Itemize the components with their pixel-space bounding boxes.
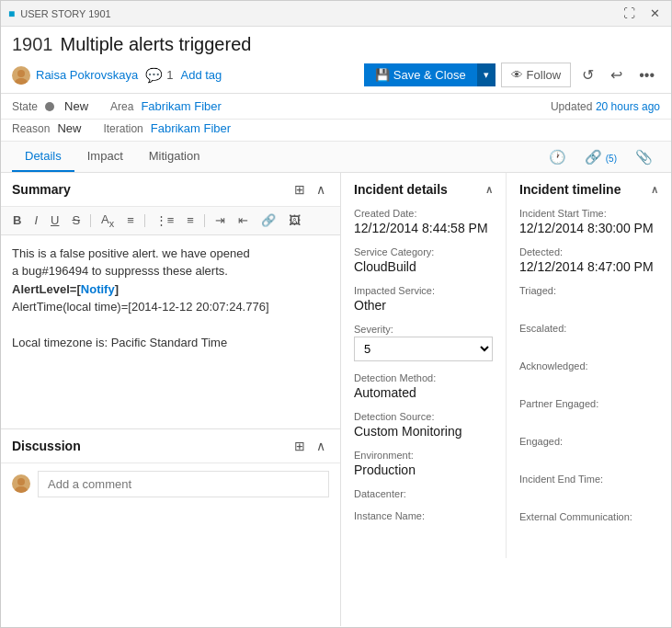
area-field: Area Fabrikam Fiber xyxy=(110,99,222,113)
outdent-button[interactable]: ⇤ xyxy=(233,211,253,229)
add-tag-button[interactable]: Add tag xyxy=(181,68,222,82)
expand-summary-button[interactable]: ⊞ xyxy=(290,180,309,199)
refresh-button[interactable]: ↺ xyxy=(576,63,599,87)
right-panel: Incident details ∧ Created Date: 12/12/2… xyxy=(341,173,671,626)
reason-field: Reason New xyxy=(12,121,81,135)
svg-point-3 xyxy=(15,486,28,493)
incident-details-title: Incident details ∧ xyxy=(354,182,493,197)
severity-select[interactable]: 5 1 2 3 4 xyxy=(354,337,493,361)
user-section: Raisa Pokrovskaya xyxy=(12,66,138,85)
save-dropdown-button[interactable]: ▾ xyxy=(477,63,495,86)
follow-icon: 👁 xyxy=(511,68,523,82)
follow-button[interactable]: 👁 Follow xyxy=(501,63,572,87)
header: 1901 Multiple alerts triggered Raisa Pok… xyxy=(1,27,671,94)
incident-start-time-field: Incident Start Time: 12/12/2014 8:30:00 … xyxy=(519,208,658,235)
ordered-list-button[interactable]: ⋮≡ xyxy=(151,211,179,229)
title-bar-right: ⛶ ✕ xyxy=(620,5,664,22)
comment-button[interactable]: 💬 1 xyxy=(145,67,173,84)
attachments-tab-button[interactable]: 📎 xyxy=(628,145,660,169)
severity-field: Severity: 5 1 2 3 4 xyxy=(354,324,493,361)
title-bar-left: ■ USER STORY 1901 xyxy=(8,7,111,20)
discussion-avatar xyxy=(12,474,30,493)
discussion-actions: ⊞ ∧ xyxy=(290,437,329,455)
impacted-service-field: Impacted Service: Other xyxy=(354,285,493,313)
summary-line2: a bug#196494 to suppresss these alerts. xyxy=(12,262,329,280)
comment-input[interactable] xyxy=(38,471,329,497)
tabs: Details Impact Mitigation 🕐 🔗 (5) 📎 xyxy=(1,142,671,173)
iteration-value[interactable]: Fabrikam Fiber xyxy=(151,121,231,135)
summary-header: Summary ⊞ ∧ xyxy=(1,173,340,207)
image-button[interactable]: 🖼 xyxy=(284,211,305,229)
links-badge: (5) xyxy=(606,154,617,164)
meta-fields: State New Area Fabrikam Fiber xyxy=(12,99,222,113)
work-item-title: 1901 Multiple alerts triggered xyxy=(12,34,660,55)
incident-timeline: Incident timeline ∧ Incident Start Time:… xyxy=(507,173,671,558)
divider-3 xyxy=(204,214,205,227)
toolbar: Raisa Pokrovskaya 💬 1 Add tag 💾 Save & C… xyxy=(12,63,660,87)
right-columns: Incident details ∧ Created Date: 12/12/2… xyxy=(341,173,671,558)
area-value[interactable]: Fabrikam Fiber xyxy=(141,99,221,113)
italic-button[interactable]: I xyxy=(29,211,42,229)
maximize-button[interactable]: ⛶ xyxy=(620,5,639,22)
acknowledged-field: Acknowledged: xyxy=(519,360,658,387)
collapse-discussion-button[interactable]: ∧ xyxy=(313,437,329,455)
state-field: State New xyxy=(12,99,88,113)
updated-label: Updated xyxy=(551,100,592,113)
bold-button[interactable]: B xyxy=(8,211,26,229)
format-button[interactable]: ≡ xyxy=(122,211,139,229)
detection-source-field: Detection Source: Custom Monitoring xyxy=(354,411,493,439)
text-color-button[interactable]: Ax xyxy=(97,211,119,231)
escalated-field: Escalated: xyxy=(519,323,658,349)
link-button[interactable]: 🔗 xyxy=(256,211,280,229)
discussion-header: Discussion ⊞ ∧ xyxy=(1,429,340,463)
tab-details[interactable]: Details xyxy=(12,142,74,172)
collapse-summary-button[interactable]: ∧ xyxy=(313,180,329,199)
reason-value[interactable]: New xyxy=(57,121,81,135)
tab-icons: 🕐 🔗 (5) 📎 xyxy=(541,145,660,169)
strikethrough-button[interactable]: S xyxy=(67,211,85,229)
summary-timezone: Local timezone is: Pacific Standard Time xyxy=(12,334,329,352)
updated-time: 20 hours ago xyxy=(596,100,660,113)
iteration-field: Iteration Fabrikam Fiber xyxy=(103,121,231,135)
updated-info: Updated 20 hours ago xyxy=(551,99,660,113)
svg-point-2 xyxy=(17,478,25,485)
discussion-section: Discussion ⊞ ∧ xyxy=(1,428,340,505)
summary-alert-level: AlertLevel=[Notify] xyxy=(12,280,329,299)
undo-button[interactable]: ↩ xyxy=(605,63,628,87)
history-tab-button[interactable]: 🕐 xyxy=(541,145,574,169)
action-buttons: 💾 Save & Close ▾ 👁 Follow ↺ ↩ ••• xyxy=(364,63,660,87)
meta-row-2: Reason New Iteration Fabrikam Fiber xyxy=(1,120,671,142)
datacenter-field: Datacenter: xyxy=(354,488,493,499)
incident-end-time-field: Incident End Time: xyxy=(519,474,658,500)
content-area: Summary ⊞ ∧ B I U S Ax ≡ ⋮≡ ≡ ⇥ ⇤ xyxy=(1,173,671,626)
summary-actions: ⊞ ∧ xyxy=(290,180,329,199)
reason-label: Reason xyxy=(12,122,50,135)
more-button[interactable]: ••• xyxy=(633,63,660,87)
save-close-button[interactable]: 💾 Save & Close xyxy=(364,63,477,86)
state-label: State xyxy=(12,100,38,113)
links-tab-button[interactable]: 🔗 (5) xyxy=(577,145,624,169)
tab-impact[interactable]: Impact xyxy=(74,142,136,172)
iteration-label: Iteration xyxy=(103,122,142,135)
unordered-list-button[interactable]: ≡ xyxy=(182,211,199,229)
comment-icon: 💬 xyxy=(145,67,163,84)
expand-discussion-button[interactable]: ⊞ xyxy=(290,437,309,455)
close-button[interactable]: ✕ xyxy=(646,5,664,22)
user-name[interactable]: Raisa Pokrovskaya xyxy=(36,68,138,82)
svg-point-0 xyxy=(17,70,25,77)
created-date-field: Created Date: 12/12/2014 8:44:58 PM xyxy=(354,208,493,235)
tab-mitigation[interactable]: Mitigation xyxy=(136,142,213,172)
underline-button[interactable]: U xyxy=(46,211,63,229)
work-item-title-text: Multiple alerts triggered xyxy=(61,34,252,55)
collapse-incident-details[interactable]: ∧ xyxy=(485,184,493,196)
detection-method-field: Detection Method: Automated xyxy=(354,372,493,400)
indent-button[interactable]: ⇥ xyxy=(211,211,230,229)
summary-section: Summary ⊞ ∧ B I U S Ax ≡ ⋮≡ ≡ ⇥ ⇤ xyxy=(1,173,340,428)
incident-details: Incident details ∧ Created Date: 12/12/2… xyxy=(341,173,507,558)
title-bar: ■ USER STORY 1901 ⛶ ✕ xyxy=(1,1,671,27)
editor-content[interactable]: This is a false positive alert. we have … xyxy=(1,235,340,428)
alert-level-text: AlertLevel=[Notify] xyxy=(12,282,119,296)
state-value[interactable]: New xyxy=(64,99,88,113)
collapse-incident-timeline[interactable]: ∧ xyxy=(651,184,658,196)
link-icon: 🔗 xyxy=(585,149,602,165)
